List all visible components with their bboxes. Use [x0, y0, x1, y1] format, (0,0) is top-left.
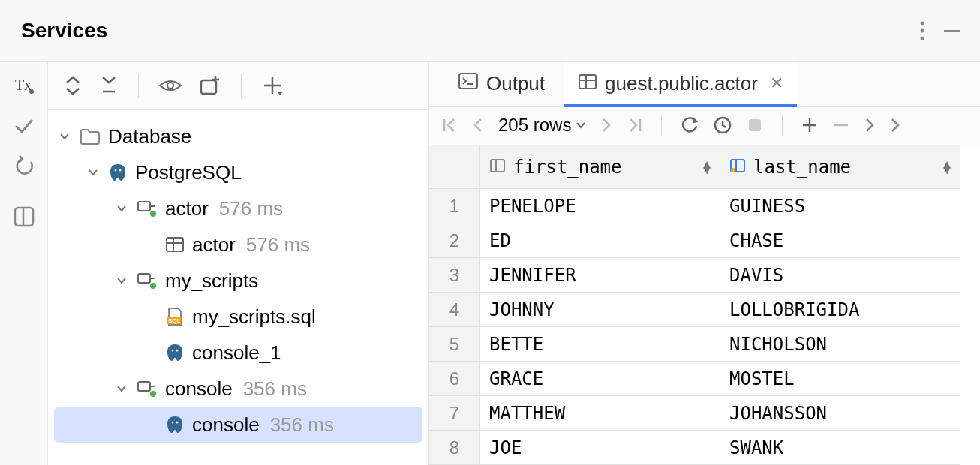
cell-last-name[interactable]: SWANK — [720, 430, 960, 465]
tree-node-actor[interactable]: actor 576 ms — [54, 226, 422, 262]
cell-first-name[interactable]: JOHNNY — [480, 292, 720, 327]
close-icon[interactable]: ✕ — [770, 74, 783, 93]
row-number[interactable]: 3 — [429, 258, 480, 292]
tab-label: guest.public.actor — [605, 72, 758, 95]
chevron-down-icon[interactable] — [86, 166, 101, 178]
layout-icon[interactable] — [13, 206, 35, 228]
svg-point-1 — [921, 28, 924, 32]
chevron-down-icon[interactable] — [57, 130, 72, 142]
next-page-icon[interactable] — [600, 117, 613, 134]
row-number[interactable]: 4 — [429, 292, 480, 327]
svg-rect-44 — [491, 160, 504, 172]
results-panel: Output guest.public.actor ✕ 205 rows — [429, 62, 980, 465]
tree-time: 356 ms — [243, 377, 307, 400]
row-number[interactable]: 2 — [429, 224, 480, 258]
row-number[interactable]: 8 — [429, 430, 480, 465]
svg-text:Tx: Tx — [15, 76, 32, 93]
panel-title: Services — [21, 19, 107, 43]
tree-label: console — [165, 377, 233, 400]
cell-first-name[interactable]: GRACE — [480, 362, 720, 396]
folder-icon — [80, 128, 101, 146]
chevron-right-icon[interactable] — [864, 117, 876, 134]
tree-label: my_scripts — [165, 269, 258, 292]
cell-last-name[interactable]: CHASE — [720, 224, 960, 258]
cell-last-name[interactable]: LOLLOBRIGIDA — [720, 292, 960, 327]
sort-icon[interactable]: ▲▼ — [703, 161, 711, 173]
tab-bar: Output guest.public.actor ✕ — [429, 62, 980, 106]
row-number[interactable]: 6 — [429, 362, 480, 396]
cell-last-name[interactable]: GUINESS — [720, 189, 960, 224]
minimize-icon[interactable] — [942, 21, 962, 40]
cell-first-name[interactable]: PENELOPE — [480, 189, 720, 224]
prev-page-icon[interactable] — [471, 117, 485, 134]
postgres-icon — [165, 343, 185, 362]
stop-icon[interactable] — [746, 116, 764, 134]
tree-node-postgresql[interactable]: PostgreSQL — [54, 154, 422, 190]
row-number[interactable]: 1 — [429, 189, 480, 224]
cell-first-name[interactable]: BETTE — [480, 327, 720, 362]
eye-icon[interactable] — [158, 76, 182, 94]
row-number[interactable]: 7 — [429, 396, 480, 430]
clock-icon[interactable] — [713, 116, 732, 135]
last-page-icon[interactable] — [627, 117, 643, 134]
chevron-down-icon[interactable] — [114, 274, 129, 286]
column-header-first-name[interactable]: first_name ▲▼ — [480, 146, 720, 189]
cell-first-name[interactable]: JENNIFER — [480, 258, 720, 292]
tree-node-console-group[interactable]: console 356 ms — [54, 370, 422, 406]
svg-point-15 — [115, 170, 117, 172]
row-number-header — [429, 146, 480, 189]
svg-rect-28 — [138, 382, 150, 391]
svg-point-5 — [29, 89, 34, 94]
tree-node-actor-group[interactable]: actor 576 ms — [54, 190, 422, 226]
tree-label: actor — [192, 233, 236, 256]
panel-header: Services — [0, 0, 980, 62]
cell-first-name[interactable]: ED — [480, 224, 720, 258]
more-icon[interactable] — [920, 21, 924, 40]
tree-node-scripts-group[interactable]: my_scripts — [54, 262, 422, 298]
tree-label: my_scripts.sql — [192, 305, 316, 328]
tree-toolbar — [48, 62, 428, 110]
tree-node-console1[interactable]: console_1 — [54, 334, 422, 370]
commit-icon[interactable] — [12, 114, 36, 138]
svg-point-18 — [150, 211, 156, 217]
svg-point-2 — [921, 36, 924, 40]
sort-icon[interactable]: ▲▼ — [943, 161, 951, 173]
rollback-icon[interactable] — [12, 154, 36, 178]
column-header-last-name[interactable]: last_name ▲▼ — [720, 146, 960, 189]
tree-node-console-selected[interactable]: console 356 ms — [54, 406, 422, 442]
tab-actor[interactable]: guest.public.actor ✕ — [564, 62, 797, 106]
table-icon — [578, 72, 597, 95]
reload-icon[interactable] — [680, 116, 699, 135]
cell-last-name[interactable]: NICHOLSON — [720, 327, 960, 362]
svg-point-48 — [731, 168, 735, 172]
svg-point-16 — [119, 170, 122, 172]
svg-rect-19 — [167, 238, 183, 251]
svg-rect-17 — [138, 202, 150, 211]
tree-node-database[interactable]: Database — [54, 118, 422, 154]
collapse-all-icon[interactable] — [99, 75, 119, 96]
add-row-icon[interactable] — [801, 116, 819, 134]
chevron-right-icon[interactable] — [889, 117, 901, 134]
datasource-icon — [137, 380, 158, 398]
tab-output[interactable]: Output — [444, 62, 558, 106]
cell-last-name[interactable]: DAVIS — [720, 258, 960, 292]
remove-row-icon[interactable] — [832, 116, 850, 134]
expand-all-icon[interactable] — [63, 75, 83, 96]
first-page-icon[interactable] — [441, 117, 458, 134]
add-icon[interactable] — [261, 74, 284, 97]
cell-last-name[interactable]: MOSTEL — [720, 362, 960, 396]
separator — [661, 115, 662, 136]
postgres-icon — [165, 415, 185, 434]
svg-point-26 — [172, 350, 174, 352]
cell-first-name[interactable]: JOE — [480, 430, 720, 465]
row-number[interactable]: 5 — [429, 327, 480, 362]
new-session-icon[interactable] — [199, 74, 221, 97]
cell-first-name[interactable]: MATTHEW — [480, 396, 720, 430]
tree-node-scripts-sql[interactable]: SQL my_scripts.sql — [54, 298, 422, 334]
svg-rect-32 — [459, 74, 477, 88]
chevron-down-icon[interactable] — [114, 202, 129, 214]
tx-icon[interactable]: Tx — [12, 74, 36, 98]
chevron-down-icon[interactable] — [114, 382, 129, 394]
rows-count[interactable]: 205 rows — [498, 115, 586, 136]
cell-last-name[interactable]: JOHANSSON — [720, 396, 960, 430]
